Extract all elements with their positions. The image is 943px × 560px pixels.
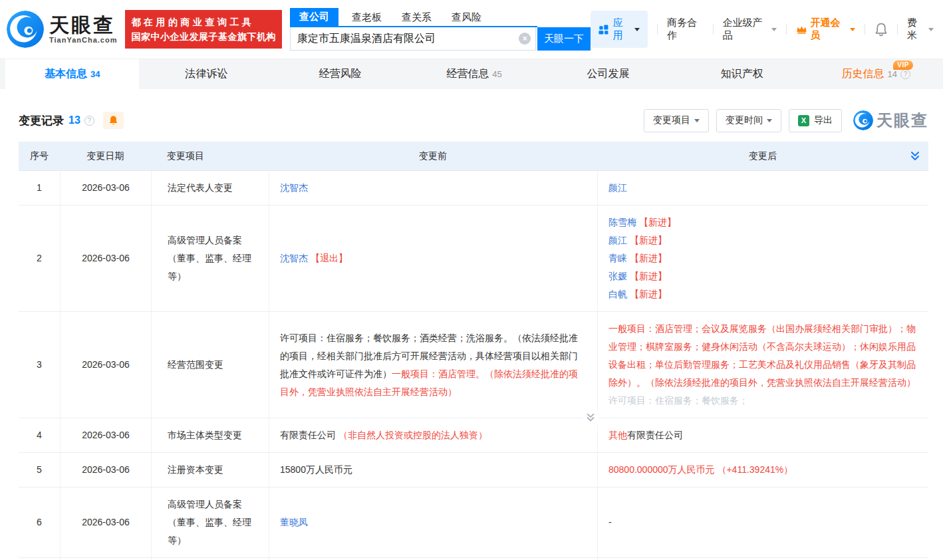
cell-text: -: [608, 517, 612, 527]
row-number: 3: [19, 312, 60, 418]
divider: [865, 24, 865, 35]
col-header-1: 变更日期: [60, 150, 151, 162]
table-row: 32026-03-06经营范围变更许可项目：住宿服务；餐饮服务；酒类经营；洗浴服…: [19, 312, 928, 418]
divider: [713, 24, 714, 35]
nav-tab-2[interactable]: 经营风险: [273, 59, 407, 89]
entity-link[interactable]: 颜江: [608, 235, 627, 245]
nav-tab-1[interactable]: 法律诉讼: [139, 59, 273, 89]
top-menu: 应用 商务合作 企业级产品 开通会员 费米: [591, 11, 934, 48]
table-row: 52026-03-06注册资本变更15800万人民币元80800.000000万…: [19, 453, 928, 488]
change-before: 沈智杰 【退出】: [269, 206, 597, 311]
chevron-down-icon: [767, 119, 772, 125]
tianyancha-logo-icon: [7, 11, 44, 48]
search-button[interactable]: 天眼一下: [537, 27, 591, 51]
entity-link[interactable]: 青睐: [608, 253, 627, 263]
section-count-badge: 13: [68, 114, 80, 126]
table-row: 42026-03-06市场主体类型变更有限责任公司 （非自然人投资或控股的法人独…: [19, 418, 928, 453]
cell-text: 【新进】: [627, 253, 667, 263]
table-row: 22026-03-06高级管理人员备案（董事、监事、经理等）沈智杰 【退出】陈雪…: [19, 206, 928, 312]
expand-all-icon[interactable]: [908, 150, 922, 163]
company-nav-tabs: 基本信息34法律诉讼经营风险经营信息45公司发展知识产权历史信息14?VIP: [0, 59, 943, 89]
section-title: 变更记录: [19, 113, 64, 128]
search-tab-2[interactable]: 查关系: [400, 9, 433, 26]
cell-line: 董晓凤: [280, 513, 587, 531]
cell-text: 一般项目：酒店管理；会议及展览服务（出国办展须经相关部门审批）；物业管理；棋牌室…: [608, 323, 916, 388]
cell-text: 有限责任公司: [280, 430, 338, 440]
search-tab-1[interactable]: 查老板: [350, 9, 383, 26]
entity-link[interactable]: 白帆: [608, 289, 627, 299]
change-after: 其他有限责任公司: [597, 418, 928, 452]
search-tab-0[interactable]: 查公司: [290, 8, 338, 26]
entity-link[interactable]: 张媛: [608, 271, 627, 281]
cell-text: 【新进】: [627, 271, 667, 281]
export-button[interactable]: X 导出: [789, 109, 842, 132]
chevron-down-icon: [850, 28, 855, 34]
notifications-bell-icon[interactable]: [875, 23, 888, 37]
cell-line: 张媛 【新进】: [608, 267, 918, 285]
help-icon[interactable]: ?: [900, 69, 910, 79]
change-before: 15800万人民币元: [269, 453, 597, 487]
search-input[interactable]: [290, 27, 536, 51]
nav-tab-3[interactable]: 经营信息45: [407, 59, 541, 89]
cell-line: 80800.000000万人民币元 （+411.39241%）: [608, 461, 918, 479]
cell-text: 【退出】: [308, 253, 348, 263]
row-number: 1: [19, 171, 60, 205]
nav-tab-4[interactable]: 公司发展: [541, 59, 675, 89]
cell-line: 15800万人民币元: [280, 461, 587, 479]
cell-line: 颜江: [608, 179, 918, 197]
col-header-2: 变更项目: [151, 150, 269, 162]
change-date: 2026-03-06: [60, 488, 151, 557]
entity-link[interactable]: 董晓凤: [280, 517, 308, 527]
change-item: 高级管理人员备案（董事、监事、经理等）: [151, 488, 269, 557]
cell-line: 许可项目：住宿服务；餐饮服务；酒类经营；洗浴服务。（依法须经批准的项目，经相关部…: [280, 329, 587, 401]
tianyancha-logo[interactable]: 天眼查 TianYanCha.com: [7, 11, 117, 48]
nav-tab-label: 历史信息: [842, 67, 884, 81]
help-icon[interactable]: ?: [84, 116, 94, 126]
filter-change-time-dropdown[interactable]: 变更时间: [716, 109, 781, 132]
nav-tab-0[interactable]: 基本信息34: [5, 59, 139, 89]
nav-tab-count: 45: [492, 69, 501, 79]
cell-line: 颜江 【新进】: [608, 231, 918, 249]
user-menu[interactable]: 费米: [907, 17, 934, 42]
nav-tab-label: 经营信息: [446, 67, 489, 81]
search-tab-3[interactable]: 查风险: [450, 9, 483, 26]
row-number: 5: [19, 453, 60, 487]
change-before: 许可项目：住宿服务；餐饮服务；酒类经营；洗浴服务。（依法须经批准的项目，经相关部…: [269, 312, 597, 418]
watermark-logo: 天眼查: [853, 110, 928, 131]
entity-link[interactable]: 沈智杰: [280, 253, 308, 263]
nav-tab-5[interactable]: 知识产权: [675, 59, 809, 89]
username: 费米: [907, 17, 924, 42]
chevron-down-icon: [771, 28, 777, 34]
top-header: 天眼查 TianYanCha.com 都在用的商业查询工具 国家中小企业发展子基…: [0, 0, 943, 59]
section-toolbar: 变更记录 13 ? 变更项目 变更时间 X 导出 天眼查: [19, 108, 928, 132]
change-before: 董晓凤: [269, 488, 597, 557]
apps-menu[interactable]: 应用: [591, 11, 648, 48]
nav-tab-6[interactable]: 历史信息14?VIP: [809, 59, 943, 89]
change-date: 2026-03-06: [60, 453, 151, 487]
nav-tab-label: 公司发展: [587, 67, 629, 81]
change-after: 一般项目：酒店管理；会议及展览服务（出国办展须经相关部门审批）；物业管理；棋牌室…: [597, 312, 928, 418]
change-item: 法定代表人变更: [151, 171, 269, 205]
open-vip-button[interactable]: 开通会员: [796, 17, 855, 42]
subscribe-bell-button[interactable]: [103, 112, 124, 129]
search-area: 查公司查老板查关系查风险 × 天眼一下: [290, 8, 591, 51]
cell-text: 【新进】: [627, 289, 667, 299]
cell-text: 80800.000000万人民币元 （+411.39241%）: [608, 464, 793, 475]
nav-tab-label: 经营风险: [319, 67, 362, 81]
nav-tab-label: 法律诉讼: [185, 67, 227, 81]
menu-item-enterprise[interactable]: 企业级产品: [723, 17, 777, 42]
filter-change-item-dropdown[interactable]: 变更项目: [644, 109, 709, 132]
search-tabs: 查公司查老板查关系查风险: [290, 8, 537, 27]
entity-link[interactable]: 颜江: [608, 182, 627, 193]
chevron-down-icon: [634, 28, 640, 34]
chevron-down-icon: [928, 28, 934, 34]
watermark-text: 天眼查: [876, 110, 928, 131]
expand-row-icon[interactable]: [583, 410, 599, 425]
entity-link[interactable]: 陈雪梅: [608, 217, 636, 227]
change-date: 2026-03-06: [60, 206, 151, 311]
cell-line: 沈智杰 【退出】: [280, 249, 587, 267]
menu-item-business[interactable]: 商务合作: [667, 17, 704, 42]
entity-link[interactable]: 沈智杰: [280, 182, 308, 193]
nav-tab-count: 34: [90, 69, 100, 79]
cell-line: 沈智杰: [280, 179, 587, 197]
